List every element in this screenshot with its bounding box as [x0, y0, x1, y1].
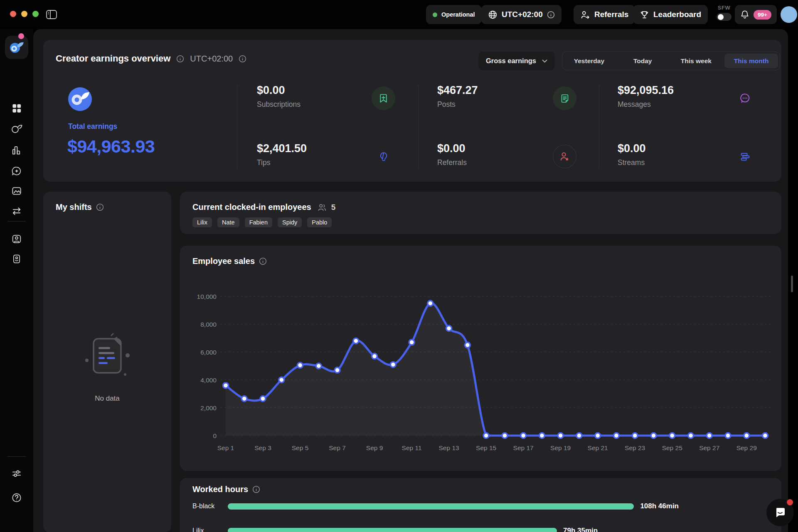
- info-icon[interactable]: [239, 55, 246, 63]
- bell-icon: [740, 10, 749, 20]
- svg-text:Sep 11: Sep 11: [402, 444, 422, 451]
- sidebar-toggle-icon[interactable]: [46, 9, 57, 22]
- no-data-text: No data: [43, 394, 171, 403]
- svg-text:Sep 15: Sep 15: [476, 444, 496, 451]
- streams-icon: [733, 145, 757, 168]
- info-icon[interactable]: [176, 55, 184, 63]
- employee-sales-chart: 02,0004,0006,0008,00010,000Sep 1Sep 3Sep…: [180, 246, 781, 471]
- creator-earnings-card: Creator earnings overview UTC+02:00 Gros…: [43, 40, 781, 182]
- employee-name: Lilix: [192, 527, 222, 532]
- info-icon[interactable]: [96, 203, 104, 211]
- window-minimize-button[interactable]: [21, 11, 27, 17]
- window-close-button[interactable]: [10, 11, 16, 17]
- stat-label: Messages: [618, 100, 674, 109]
- hours-bar: [228, 528, 557, 532]
- worked-hours-row: Lilix79h 35min: [192, 525, 769, 532]
- window-zoom-button[interactable]: [32, 11, 39, 17]
- referrals-button[interactable]: Referrals: [574, 5, 635, 24]
- svg-text:6,000: 6,000: [200, 349, 217, 356]
- svg-text:4,000: 4,000: [200, 377, 217, 384]
- sfw-control: SFW: [715, 5, 733, 21]
- total-earnings-logo: [68, 87, 92, 113]
- post-note-icon: [553, 86, 576, 110]
- status-pill[interactable]: Operational: [426, 5, 482, 24]
- bar-chart-icon[interactable]: [11, 145, 22, 156]
- employee-chips: LilixNateFabienSpidyPablo: [192, 217, 332, 227]
- person-arrow-icon: [580, 10, 590, 20]
- globe-icon: [488, 10, 498, 20]
- sidebar-bottom-divider: [7, 456, 26, 457]
- leaderboard-button[interactable]: Leaderboard: [633, 5, 708, 24]
- employee-chip: Spidy: [278, 217, 302, 227]
- svg-text:Sep 17: Sep 17: [513, 444, 534, 451]
- svg-text:10,000: 10,000: [197, 293, 217, 300]
- sidebar-app-logo[interactable]: [5, 36, 28, 59]
- svg-text:Sep 29: Sep 29: [736, 444, 757, 451]
- svg-text:Sep 19: Sep 19: [550, 444, 571, 451]
- clocked-in-count: 5: [331, 203, 336, 212]
- stat-value: $2,401.50: [257, 142, 307, 155]
- clocked-in-card: Current clocked-in employees 5 LilixNate…: [180, 192, 781, 234]
- onlyfans-icon[interactable]: [11, 124, 22, 134]
- worked-hours-title: Worked hours: [192, 485, 248, 494]
- dashboard-grid-icon[interactable]: [11, 103, 22, 114]
- tab-this-month[interactable]: This month: [724, 54, 778, 68]
- range-tabs: YesterdayTodayThis weekThis month: [562, 52, 780, 70]
- media-icon[interactable]: [11, 185, 22, 197]
- stat-label: Posts: [437, 100, 478, 109]
- gross-earnings-dropdown[interactable]: Gross earnings: [478, 52, 555, 70]
- my-shifts-card: My shifts No data: [43, 192, 171, 532]
- svg-text:0: 0: [213, 432, 217, 439]
- notifications-button[interactable]: 99+: [735, 5, 777, 24]
- svg-text:Sep 27: Sep 27: [699, 444, 719, 451]
- employee-chip: Lilix: [192, 217, 212, 227]
- logo-notification-dot: [18, 33, 24, 39]
- info-icon[interactable]: [547, 11, 555, 19]
- employee-chip: Fabien: [245, 217, 272, 227]
- earnings-title: Creator earnings overview: [56, 53, 170, 64]
- scrollbar-thumb[interactable]: [791, 276, 793, 292]
- stat-label: Streams: [618, 158, 646, 167]
- sidebar: [0, 29, 33, 532]
- people-icon: [317, 203, 327, 212]
- employee-chip: Nate: [217, 217, 239, 227]
- notification-count-badge: 99+: [754, 10, 771, 20]
- bookmark-plus-icon: [372, 86, 395, 110]
- tab-this-week[interactable]: This week: [670, 52, 723, 70]
- divider: [599, 85, 599, 169]
- status-dot: [433, 12, 437, 17]
- timezone-pill[interactable]: UTC+02:00: [481, 5, 562, 24]
- clocked-in-title: Current clocked-in employees: [192, 202, 311, 212]
- sidebar-divider: [7, 221, 26, 222]
- stat-value: $0.00: [257, 84, 300, 97]
- contact-card-icon[interactable]: [11, 234, 22, 244]
- stat-value: $0.00: [618, 142, 646, 155]
- svg-text:Sep 3: Sep 3: [254, 444, 271, 451]
- info-icon[interactable]: [252, 485, 260, 493]
- worked-hours-card: Worked hours B-black108h 46minLilix79h 3…: [180, 478, 781, 532]
- timezone-text: UTC+02:00: [502, 10, 543, 19]
- svg-text:Sep 13: Sep 13: [439, 444, 459, 451]
- window-titlebar: Operational UTC+02:00 Referrals Leaderbo…: [0, 0, 798, 29]
- svg-text:Sep 9: Sep 9: [366, 444, 383, 451]
- tab-yesterday[interactable]: Yesterday: [562, 52, 616, 70]
- tab-today[interactable]: Today: [616, 52, 670, 70]
- svg-text:2,000: 2,000: [200, 404, 217, 411]
- chat-notification-dot: [787, 499, 793, 505]
- main-content: Creator earnings overview UTC+02:00 Gros…: [33, 29, 788, 532]
- help-icon[interactable]: [11, 492, 22, 503]
- stat-label: Referrals: [437, 158, 467, 167]
- chat-sparkle-icon[interactable]: [11, 165, 22, 177]
- user-avatar[interactable]: [781, 6, 797, 23]
- gross-earnings-label: Gross earnings: [486, 57, 536, 65]
- total-earnings-label: Total earnings: [68, 122, 117, 131]
- sliders-icon[interactable]: [11, 468, 22, 479]
- stat-value: $0.00: [437, 142, 467, 155]
- status-text: Operational: [441, 11, 475, 18]
- trophy-icon: [640, 10, 649, 20]
- earnings-timezone: UTC+02:00: [190, 54, 233, 64]
- employee-sales-card: Employee sales 02,0004,0006,0008,00010,0…: [180, 246, 781, 471]
- id-badge-icon[interactable]: [12, 254, 22, 264]
- sfw-toggle[interactable]: [717, 13, 732, 21]
- transfer-arrows-icon[interactable]: [11, 205, 22, 217]
